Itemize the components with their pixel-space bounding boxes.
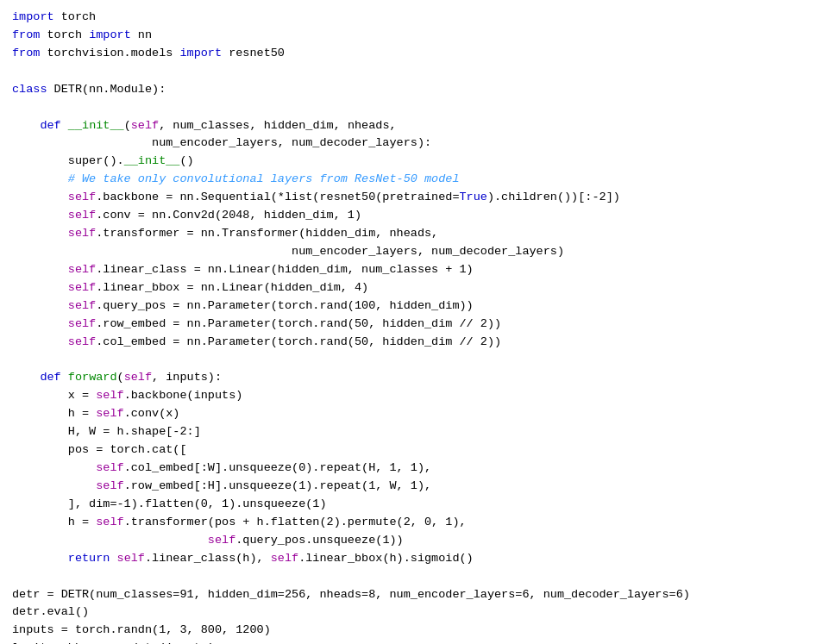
code-block: import torch from torch import nn from t… [0, 0, 816, 644]
